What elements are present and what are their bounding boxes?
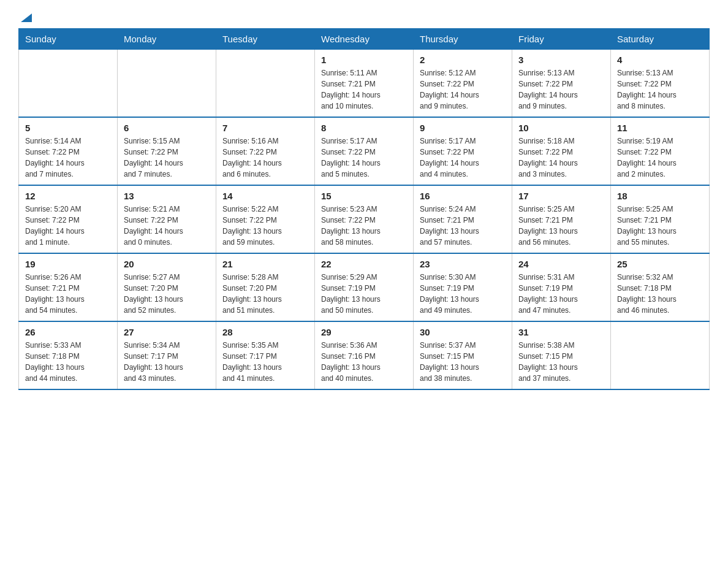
day-number: 27	[124, 327, 210, 337]
calendar-cell: 31Sunrise: 5:38 AMSunset: 7:15 PMDayligh…	[512, 321, 611, 389]
day-number: 22	[321, 259, 407, 269]
calendar-header: SundayMondayTuesdayWednesdayThursdayFrid…	[19, 29, 710, 50]
calendar-cell	[611, 321, 710, 389]
weekday-header-friday: Friday	[512, 29, 611, 50]
day-info: Sunrise: 5:20 AMSunset: 7:22 PMDaylight:…	[25, 204, 111, 248]
calendar-cell: 22Sunrise: 5:29 AMSunset: 7:19 PMDayligh…	[315, 253, 414, 321]
day-info: Sunrise: 5:16 AMSunset: 7:22 PMDaylight:…	[222, 136, 308, 180]
day-number: 6	[124, 123, 210, 133]
calendar-cell	[216, 50, 315, 118]
calendar-cell: 23Sunrise: 5:30 AMSunset: 7:19 PMDayligh…	[414, 253, 512, 321]
day-info: Sunrise: 5:25 AMSunset: 7:21 PMDaylight:…	[617, 204, 703, 248]
calendar-cell: 15Sunrise: 5:23 AMSunset: 7:22 PMDayligh…	[315, 185, 414, 253]
day-number: 9	[420, 123, 506, 133]
weekday-header-monday: Monday	[118, 29, 216, 50]
calendar-cell: 30Sunrise: 5:37 AMSunset: 7:15 PMDayligh…	[414, 321, 512, 389]
calendar-cell: 19Sunrise: 5:26 AMSunset: 7:21 PMDayligh…	[19, 253, 118, 321]
day-info: Sunrise: 5:13 AMSunset: 7:22 PMDaylight:…	[617, 67, 703, 112]
calendar-cell: 24Sunrise: 5:31 AMSunset: 7:19 PMDayligh…	[512, 253, 611, 321]
day-info: Sunrise: 5:23 AMSunset: 7:22 PMDaylight:…	[321, 204, 407, 248]
day-number: 31	[518, 327, 604, 337]
day-info: Sunrise: 5:11 AMSunset: 7:21 PMDaylight:…	[321, 67, 407, 112]
day-number: 13	[124, 191, 210, 201]
calendar-cell: 5Sunrise: 5:14 AMSunset: 7:22 PMDaylight…	[19, 117, 118, 185]
day-info: Sunrise: 5:36 AMSunset: 7:16 PMDaylight:…	[321, 340, 407, 384]
day-number: 29	[321, 327, 407, 337]
day-number: 24	[518, 259, 604, 269]
day-number: 26	[25, 327, 111, 337]
day-number: 3	[518, 55, 604, 65]
calendar-cell	[118, 50, 216, 118]
day-number: 15	[321, 191, 407, 201]
day-info: Sunrise: 5:29 AMSunset: 7:19 PMDaylight:…	[321, 272, 407, 316]
day-number: 19	[25, 259, 111, 269]
calendar-cell: 8Sunrise: 5:17 AMSunset: 7:22 PMDaylight…	[315, 117, 414, 185]
day-number: 10	[518, 123, 604, 133]
calendar-cell: 4Sunrise: 5:13 AMSunset: 7:22 PMDaylight…	[611, 50, 710, 118]
svg-marker-0	[21, 13, 32, 22]
day-number: 18	[617, 191, 703, 201]
calendar-cell: 9Sunrise: 5:17 AMSunset: 7:22 PMDaylight…	[414, 117, 512, 185]
logo-triangle-icon	[20, 11, 33, 25]
weekday-header-tuesday: Tuesday	[216, 29, 315, 50]
day-number: 2	[420, 55, 506, 65]
calendar-cell: 12Sunrise: 5:20 AMSunset: 7:22 PMDayligh…	[19, 185, 118, 253]
day-info: Sunrise: 5:18 AMSunset: 7:22 PMDaylight:…	[518, 136, 604, 180]
calendar-cell: 28Sunrise: 5:35 AMSunset: 7:17 PMDayligh…	[216, 321, 315, 389]
calendar-cell: 6Sunrise: 5:15 AMSunset: 7:22 PMDaylight…	[118, 117, 216, 185]
calendar-cell: 13Sunrise: 5:21 AMSunset: 7:22 PMDayligh…	[118, 185, 216, 253]
day-number: 11	[617, 123, 703, 133]
day-info: Sunrise: 5:38 AMSunset: 7:15 PMDaylight:…	[518, 340, 604, 384]
calendar-cell: 26Sunrise: 5:33 AMSunset: 7:18 PMDayligh…	[19, 321, 118, 389]
calendar-week-4: 19Sunrise: 5:26 AMSunset: 7:21 PMDayligh…	[19, 253, 710, 321]
day-number: 21	[222, 259, 308, 269]
weekday-header-row: SundayMondayTuesdayWednesdayThursdayFrid…	[19, 29, 710, 50]
day-info: Sunrise: 5:25 AMSunset: 7:21 PMDaylight:…	[518, 204, 604, 248]
page-header	[18, 12, 710, 22]
day-info: Sunrise: 5:27 AMSunset: 7:20 PMDaylight:…	[124, 272, 210, 316]
day-info: Sunrise: 5:31 AMSunset: 7:19 PMDaylight:…	[518, 272, 604, 316]
calendar-cell: 3Sunrise: 5:13 AMSunset: 7:22 PMDaylight…	[512, 50, 611, 118]
calendar-cell: 27Sunrise: 5:34 AMSunset: 7:17 PMDayligh…	[118, 321, 216, 389]
calendar-cell: 17Sunrise: 5:25 AMSunset: 7:21 PMDayligh…	[512, 185, 611, 253]
day-info: Sunrise: 5:37 AMSunset: 7:15 PMDaylight:…	[420, 340, 506, 384]
day-number: 14	[222, 191, 308, 201]
calendar-cell: 21Sunrise: 5:28 AMSunset: 7:20 PMDayligh…	[216, 253, 315, 321]
calendar-table: SundayMondayTuesdayWednesdayThursdayFrid…	[18, 28, 710, 390]
day-info: Sunrise: 5:12 AMSunset: 7:22 PMDaylight:…	[420, 67, 506, 112]
calendar-cell: 18Sunrise: 5:25 AMSunset: 7:21 PMDayligh…	[611, 185, 710, 253]
day-number: 25	[617, 259, 703, 269]
day-number: 7	[222, 123, 308, 133]
calendar-body: 1Sunrise: 5:11 AMSunset: 7:21 PMDaylight…	[19, 50, 710, 390]
calendar-cell: 11Sunrise: 5:19 AMSunset: 7:22 PMDayligh…	[611, 117, 710, 185]
day-info: Sunrise: 5:30 AMSunset: 7:19 PMDaylight:…	[420, 272, 506, 316]
day-info: Sunrise: 5:35 AMSunset: 7:17 PMDaylight:…	[222, 340, 308, 384]
day-info: Sunrise: 5:14 AMSunset: 7:22 PMDaylight:…	[25, 136, 111, 180]
calendar-week-3: 12Sunrise: 5:20 AMSunset: 7:22 PMDayligh…	[19, 185, 710, 253]
day-number: 20	[124, 259, 210, 269]
calendar-cell: 7Sunrise: 5:16 AMSunset: 7:22 PMDaylight…	[216, 117, 315, 185]
logo	[18, 12, 33, 22]
calendar-cell: 16Sunrise: 5:24 AMSunset: 7:21 PMDayligh…	[414, 185, 512, 253]
day-info: Sunrise: 5:13 AMSunset: 7:22 PMDaylight:…	[518, 67, 604, 112]
calendar-cell: 2Sunrise: 5:12 AMSunset: 7:22 PMDaylight…	[414, 50, 512, 118]
day-info: Sunrise: 5:26 AMSunset: 7:21 PMDaylight:…	[25, 272, 111, 316]
day-number: 8	[321, 123, 407, 133]
calendar-week-1: 1Sunrise: 5:11 AMSunset: 7:21 PMDaylight…	[19, 50, 710, 118]
day-info: Sunrise: 5:21 AMSunset: 7:22 PMDaylight:…	[124, 204, 210, 248]
day-number: 12	[25, 191, 111, 201]
weekday-header-wednesday: Wednesday	[315, 29, 414, 50]
calendar-cell: 14Sunrise: 5:22 AMSunset: 7:22 PMDayligh…	[216, 185, 315, 253]
calendar-cell: 29Sunrise: 5:36 AMSunset: 7:16 PMDayligh…	[315, 321, 414, 389]
day-number: 23	[420, 259, 506, 269]
weekday-header-thursday: Thursday	[414, 29, 512, 50]
day-number: 4	[617, 55, 703, 65]
day-number: 17	[518, 191, 604, 201]
day-info: Sunrise: 5:22 AMSunset: 7:22 PMDaylight:…	[222, 204, 308, 248]
day-number: 28	[222, 327, 308, 337]
day-info: Sunrise: 5:17 AMSunset: 7:22 PMDaylight:…	[420, 136, 506, 180]
day-info: Sunrise: 5:28 AMSunset: 7:20 PMDaylight:…	[222, 272, 308, 316]
calendar-cell: 20Sunrise: 5:27 AMSunset: 7:20 PMDayligh…	[118, 253, 216, 321]
day-info: Sunrise: 5:33 AMSunset: 7:18 PMDaylight:…	[25, 340, 111, 384]
day-info: Sunrise: 5:34 AMSunset: 7:17 PMDaylight:…	[124, 340, 210, 384]
